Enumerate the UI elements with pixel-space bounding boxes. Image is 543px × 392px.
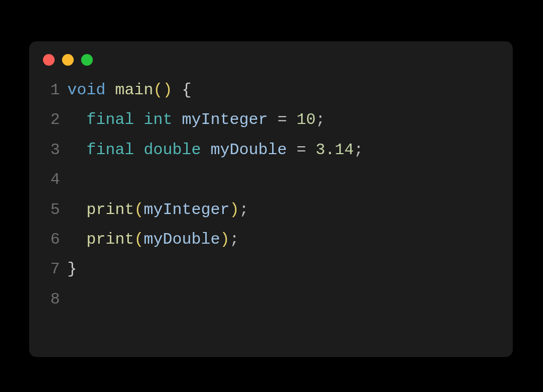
code-token: myDouble bbox=[211, 141, 287, 159]
code-line: 4 bbox=[40, 165, 499, 194]
code-token bbox=[172, 111, 182, 129]
code-token: ) bbox=[230, 201, 239, 219]
code-token bbox=[134, 111, 144, 129]
code-token bbox=[268, 111, 277, 129]
line-number: 1 bbox=[40, 75, 60, 105]
code-token: = bbox=[296, 141, 306, 159]
code-token: 3.14 bbox=[316, 141, 354, 159]
line-number: 3 bbox=[40, 135, 60, 165]
code-token: ( bbox=[134, 201, 144, 219]
code-line: 1void main() { bbox=[40, 75, 499, 105]
code-token: double bbox=[144, 141, 201, 159]
code-line: 5 print(myInteger); bbox=[40, 195, 499, 225]
code-content: print(myDouble); bbox=[60, 225, 239, 254]
code-line: 3 final double myDouble = 3.14; bbox=[40, 135, 499, 165]
code-content bbox=[60, 284, 67, 314]
line-number: 8 bbox=[40, 284, 60, 314]
code-token: print bbox=[86, 230, 134, 248]
code-token: ; bbox=[230, 230, 239, 248]
code-token: () bbox=[153, 81, 172, 99]
code-token: final bbox=[86, 141, 134, 159]
code-token: myDouble bbox=[144, 230, 220, 248]
code-token: ; bbox=[239, 201, 249, 219]
line-number: 7 bbox=[40, 254, 60, 284]
code-token: myInteger bbox=[182, 111, 268, 129]
code-token: = bbox=[277, 111, 287, 129]
code-content: final double myDouble = 3.14; bbox=[60, 135, 363, 165]
code-token bbox=[287, 141, 296, 159]
code-content: void main() { bbox=[60, 75, 191, 105]
close-icon[interactable] bbox=[43, 54, 55, 66]
code-token: { bbox=[182, 81, 191, 99]
line-number: 5 bbox=[40, 195, 60, 225]
code-content: } bbox=[60, 254, 77, 284]
code-content: print(myInteger); bbox=[60, 195, 249, 225]
code-token bbox=[106, 81, 115, 99]
code-token: } bbox=[67, 260, 77, 278]
line-number: 4 bbox=[40, 165, 60, 194]
code-token: ) bbox=[220, 230, 230, 248]
code-token: final bbox=[86, 111, 134, 129]
code-token: ( bbox=[134, 230, 144, 248]
code-token: int bbox=[144, 111, 172, 129]
code-content: final int myInteger = 10; bbox=[60, 105, 325, 135]
code-token bbox=[67, 111, 86, 129]
code-token: print bbox=[86, 201, 134, 219]
code-line: 2 final int myInteger = 10; bbox=[40, 105, 499, 135]
minimize-icon[interactable] bbox=[62, 54, 74, 66]
code-token bbox=[172, 81, 182, 99]
line-number: 2 bbox=[40, 105, 60, 135]
code-token bbox=[67, 141, 86, 159]
code-token bbox=[287, 111, 296, 129]
code-window: 1void main() {2 final int myInteger = 10… bbox=[29, 41, 513, 357]
code-token: myInteger bbox=[144, 201, 230, 219]
code-line: 6 print(myDouble); bbox=[40, 225, 499, 254]
code-token: 10 bbox=[296, 111, 316, 129]
code-token: ; bbox=[354, 141, 363, 159]
code-token bbox=[306, 141, 316, 159]
code-token bbox=[67, 230, 86, 248]
code-token: ; bbox=[316, 111, 325, 129]
code-token bbox=[201, 141, 211, 159]
window-titlebar bbox=[29, 41, 513, 69]
code-line: 8 bbox=[40, 284, 499, 314]
code-editor[interactable]: 1void main() {2 final int myInteger = 10… bbox=[29, 69, 513, 325]
code-token bbox=[134, 141, 144, 159]
code-token: void bbox=[67, 81, 106, 99]
code-content bbox=[60, 165, 67, 194]
maximize-icon[interactable] bbox=[81, 54, 93, 66]
line-number: 6 bbox=[40, 225, 60, 254]
code-token bbox=[67, 201, 86, 219]
code-line: 7} bbox=[40, 254, 499, 284]
code-token: main bbox=[115, 81, 153, 99]
